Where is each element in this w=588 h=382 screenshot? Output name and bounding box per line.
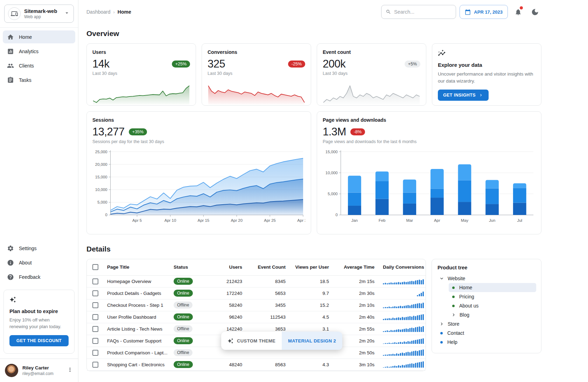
stat-card-event-count: Event count 200k +5% Last 30 days [317, 43, 426, 106]
plan-card-title: Plan about to expire [9, 309, 69, 314]
plan-card-body: Enjoy 10% off when renewing your plan to… [9, 317, 69, 330]
cell-page-title: Product Comparison - Lapt... [106, 347, 174, 359]
cell-users: 172240 [206, 287, 242, 299]
tree-item-website[interactable]: Website [437, 274, 536, 283]
tree-item-pricing[interactable]: Pricing [449, 292, 536, 301]
workspace-select[interactable]: Sitemark-web Web app [4, 5, 74, 23]
daily-conversions-sparkline [383, 302, 425, 308]
status-badge: Online [174, 337, 193, 344]
cell-average-time: 3m 10s [329, 359, 374, 370]
product-tree-title: Product tree [438, 265, 536, 270]
row-checkbox[interactable] [92, 326, 98, 332]
sidebar-item-tasks[interactable]: Tasks [3, 73, 75, 86]
stat-card-users: Users 14k +25% Last 30 days [86, 43, 196, 106]
tree-item-home[interactable]: Home [449, 283, 536, 292]
product-tree-card: Product tree Website Home Pricing About … [432, 259, 541, 353]
workspace-name: Sitemark-web [24, 8, 57, 14]
cell-page-title: Homepage Overview [106, 275, 174, 287]
status-badge: Offline [174, 302, 192, 309]
chart-title: Page views and downloads [323, 117, 536, 123]
event-count-sparkline [323, 82, 420, 105]
breadcrumb-dashboard[interactable]: Dashboard [86, 9, 111, 15]
info-icon [7, 259, 14, 266]
search-icon [386, 9, 391, 15]
sidebar-item-analytics[interactable]: Analytics [3, 45, 75, 58]
sidebar-item-feedback[interactable]: Feedback [3, 270, 75, 283]
stat-title: Event count [323, 49, 420, 55]
daily-conversions-sparkline [383, 290, 425, 296]
tree-item-contact[interactable]: Contact [437, 328, 536, 338]
row-checkbox[interactable] [92, 290, 98, 296]
cell-average-time: 2m 10s [329, 299, 374, 311]
stat-chip: +5% [405, 61, 420, 68]
moon-icon [531, 8, 539, 16]
sidebar-item-settings[interactable]: Settings [3, 242, 75, 255]
tree-item-about-us[interactable]: About us [449, 301, 536, 310]
stat-card-conversions: Conversions 325 -25% Last 30 days [202, 43, 311, 106]
row-checkbox[interactable] [92, 338, 98, 344]
main-content: Dashboard › Home APR 17, 2023 [78, 0, 588, 382]
cell-views-per-user: 4.5 [286, 311, 329, 323]
stat-chip: +25% [172, 61, 190, 68]
tree-item-blog[interactable]: Blog [449, 310, 536, 319]
sidebar-item-clients[interactable]: Clients [3, 59, 75, 72]
table-row[interactable]: Product Details - Gadgets Online 172240 … [87, 287, 426, 299]
row-checkbox[interactable] [92, 302, 98, 308]
table-row[interactable]: Checkout Process - Step 1 Offline 58240 … [87, 299, 426, 311]
breadcrumb-home: Home [118, 9, 131, 15]
get-discount-button[interactable]: GET THE DISCOUNT [9, 335, 69, 346]
cell-event-count: 8345 [242, 275, 286, 287]
tree-dot-icon [452, 286, 455, 289]
users-sparkline [92, 82, 190, 105]
stat-chip: -25% [288, 61, 305, 68]
material-design-2-button[interactable]: MATERIAL DESIGN 2 [282, 332, 342, 350]
table-row[interactable]: Shopping Cart - Electronics Online 48240… [87, 359, 426, 370]
chevron-down-icon [64, 10, 70, 17]
daily-conversions-sparkline [383, 278, 425, 284]
tree-dot-icon [440, 341, 443, 344]
cell-event-count: 5653 [242, 287, 286, 299]
status-badge: Online [174, 313, 193, 320]
date-picker-button[interactable]: APR 17, 2023 [460, 5, 508, 19]
search-input-wrap [381, 5, 456, 19]
col-average-time: Average Time [329, 259, 374, 275]
svg-text:Apr 5: Apr 5 [132, 218, 142, 222]
col-status: Status [174, 259, 206, 275]
svg-text:Apr 15: Apr 15 [198, 218, 210, 222]
status-badge: Offline [174, 349, 192, 356]
row-checkbox[interactable] [92, 314, 98, 320]
search-input[interactable] [394, 9, 451, 15]
sidebar-item-about[interactable]: About [3, 256, 75, 269]
col-page-title: Page Title [106, 259, 174, 275]
stat-caption: Last 30 days [92, 71, 190, 76]
notifications-button[interactable] [511, 5, 525, 19]
chevron-right-icon [451, 312, 456, 318]
chevron-right-icon [439, 321, 444, 327]
more-vert-icon[interactable] [67, 367, 73, 374]
chevron-down-icon [439, 276, 444, 281]
svg-text:Apr 10: Apr 10 [164, 218, 176, 222]
select-all-checkbox[interactable] [92, 264, 98, 270]
svg-text:Jan: Jan [351, 218, 358, 222]
col-views-per-user: Views per User [286, 259, 329, 275]
conversions-sparkline [208, 82, 305, 105]
calendar-icon [465, 9, 471, 15]
row-checkbox[interactable] [92, 350, 98, 356]
get-insights-button[interactable]: GET INSIGHTS [438, 90, 489, 101]
cell-page-title: Product Details - Gadgets [106, 287, 174, 299]
user-email: riley@email.com [22, 371, 54, 376]
svg-text:15,000: 15,000 [95, 175, 107, 179]
custom-theme-button[interactable]: CUSTOM THEME [221, 332, 282, 350]
svg-text:Feb: Feb [379, 218, 386, 222]
dark-mode-button[interactable] [528, 5, 541, 19]
cell-users: 96240 [206, 311, 242, 323]
table-row[interactable]: Homepage Overview Online 212423 8345 18.… [87, 275, 426, 287]
row-checkbox[interactable] [92, 362, 98, 368]
row-checkbox[interactable] [92, 278, 98, 284]
stat-caption: Last 30 days [323, 71, 420, 76]
sidebar-item-home[interactable]: Home [3, 30, 75, 43]
daily-conversions-sparkline [383, 349, 425, 356]
tree-item-store[interactable]: Store [437, 319, 536, 328]
tree-item-help[interactable]: Help [437, 338, 536, 347]
table-row[interactable]: User Profile Dashboard Online 96240 1125… [87, 311, 426, 323]
